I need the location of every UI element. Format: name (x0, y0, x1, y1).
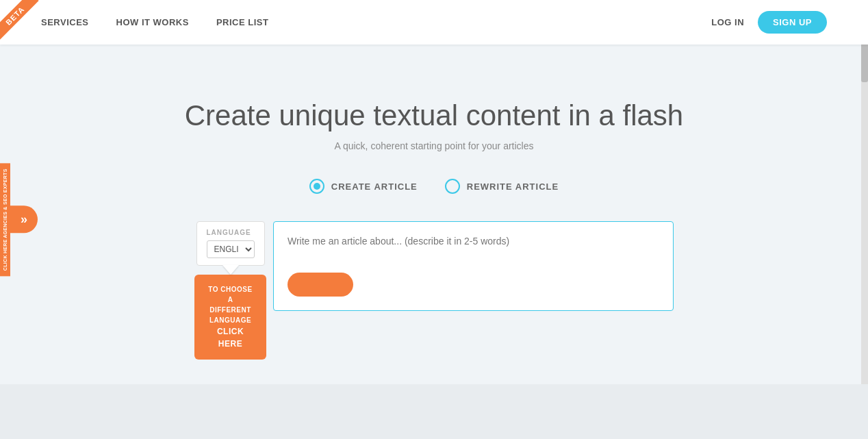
language-label: LANGUAGE (207, 229, 255, 236)
create-article-option[interactable]: CREATE ARTICLE (309, 179, 418, 194)
rewrite-article-label: REWRITE ARTICLE (467, 181, 559, 192)
language-arrow-indicator (222, 265, 239, 275)
nav-how-it-works[interactable]: HOW IT WORKS (116, 17, 189, 27)
language-box: LANGUAGE ENGLISH FRENCH SPANISH GERMAN I… (196, 221, 265, 266)
tooltip-line2: DIFFERENT LANGUAGE (209, 306, 251, 324)
hero-title: Create unique textual content in a flash (185, 99, 683, 132)
rewrite-article-radio[interactable] (445, 179, 460, 194)
nav-price-list[interactable]: PRICE LIST (216, 17, 269, 27)
tooltip-line1: TO CHOOSE A (208, 286, 252, 303)
signup-button[interactable]: SIGN UP (758, 11, 827, 34)
agency-label-line2: CLICK HERE (3, 239, 8, 271)
create-article-radio[interactable] (309, 179, 324, 194)
create-article-label: CREATE ARTICLE (331, 181, 418, 192)
header-right: LOG IN SIGN UP (711, 11, 827, 34)
header: SERVICES HOW IT WORKS PRICE LIST LOG IN … (0, 0, 868, 45)
scrollbar-track[interactable] (861, 0, 868, 439)
nav-services[interactable]: SERVICES (41, 17, 89, 27)
article-input-box (273, 221, 674, 311)
language-panel: LANGUAGE ENGLISH FRENCH SPANISH GERMAN I… (194, 221, 266, 360)
footer-area (0, 384, 868, 439)
content-area: LANGUAGE ENGLISH FRENCH SPANISH GERMAN I… (194, 221, 674, 360)
login-button[interactable]: LOG IN (711, 17, 744, 27)
main-content: Create unique textual content in a flash… (0, 45, 868, 360)
tooltip-click-here[interactable]: CLICK HERE (217, 327, 244, 349)
double-arrow-icon: » (21, 212, 27, 227)
agency-label-line1: AGENCIES & SEO EXPERTS (3, 168, 8, 238)
rewrite-article-option[interactable]: REWRITE ARTICLE (445, 179, 559, 194)
agency-arrow-button[interactable]: » (10, 205, 38, 233)
generate-button[interactable] (288, 273, 353, 297)
article-textarea[interactable] (288, 236, 659, 263)
beta-ribbon (0, 0, 48, 48)
hero-subtitle: A quick, coherent starting point for you… (334, 140, 533, 151)
article-mode-toggle: CREATE ARTICLE REWRITE ARTICLE (309, 179, 559, 194)
generate-button-label (307, 279, 334, 290)
language-select[interactable]: ENGLISH FRENCH SPANISH GERMAN ITALIAN (207, 240, 255, 258)
main-nav: SERVICES HOW IT WORKS PRICE LIST (41, 17, 268, 27)
agency-sidebar-tab[interactable]: AGENCIES & SEO EXPERTS CLICK HERE » (0, 163, 38, 276)
language-tooltip[interactable]: TO CHOOSE A DIFFERENT LANGUAGE CLICK HER… (194, 275, 266, 360)
